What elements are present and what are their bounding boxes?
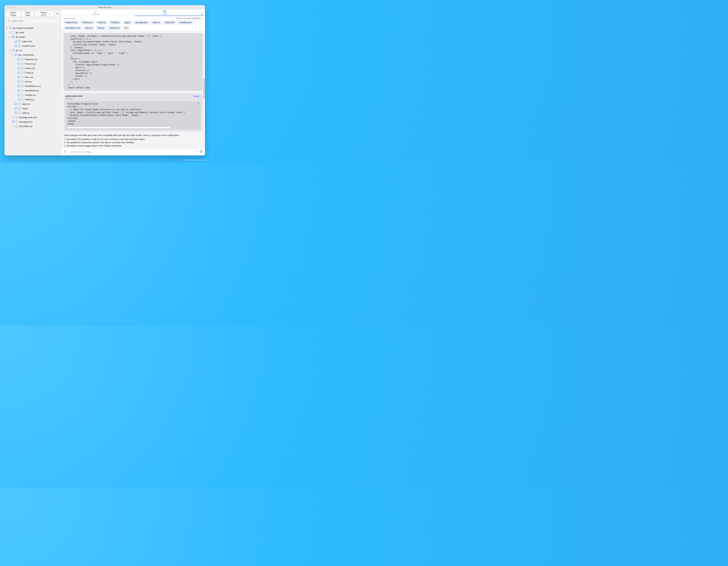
file-index-html[interactable]: index.html bbox=[6, 39, 60, 44]
tree-item-label: manifest.json bbox=[22, 45, 35, 47]
copy-button[interactable] bbox=[197, 102, 200, 105]
checkbox[interactable] bbox=[18, 98, 20, 101]
horizontal-scrollbar[interactable] bbox=[67, 127, 199, 128]
file-app-css[interactable]: App.css bbox=[6, 102, 60, 106]
folder-components[interactable]: components bbox=[6, 53, 60, 57]
chip-overflow[interactable]: +3 bbox=[123, 26, 129, 30]
sort-button[interactable]: Name (A-Z) bbox=[35, 11, 54, 16]
tab-chat[interactable]: Chat bbox=[130, 10, 199, 16]
checkbox[interactable] bbox=[12, 125, 14, 127]
file-chip[interactable]: Toolbar.css bbox=[107, 26, 122, 30]
file-chip[interactable]: Toolbar.js bbox=[109, 20, 121, 25]
file-features-css[interactable]: Features.css bbox=[6, 57, 60, 61]
file-pkglock[interactable]: package-lock.json bbox=[6, 115, 60, 120]
file-icon bbox=[21, 71, 24, 74]
send-button[interactable] bbox=[199, 150, 203, 154]
file-app-js[interactable]: App.js bbox=[6, 106, 60, 111]
checkbox[interactable] bbox=[12, 31, 14, 34]
file-footer-css[interactable]: Footer.css bbox=[6, 66, 60, 70]
vertical-scrollbar[interactable] bbox=[203, 78, 205, 99]
summary-item: We added CSS variables in App.css for co… bbox=[67, 138, 203, 141]
folder-root[interactable]: RepoPromptWeb bbox=[6, 26, 60, 30]
chevron-down-icon[interactable] bbox=[11, 54, 14, 56]
clear-files-button[interactable]: Clear Files bbox=[22, 11, 34, 16]
message-input[interactable]: Enter your message... bbox=[68, 149, 197, 155]
file-chip[interactable]: HowItWorks.css bbox=[64, 26, 82, 30]
checkbox[interactable] bbox=[15, 45, 17, 47]
file-tree[interactable]: RepoPromptWebbuildpublicindex.htmlmanife… bbox=[4, 25, 61, 155]
checkbox[interactable] bbox=[18, 85, 20, 87]
file-chip[interactable]: index.js bbox=[151, 20, 162, 25]
refresh-button[interactable] bbox=[55, 11, 59, 16]
file-pkg[interactable]: package.json bbox=[6, 120, 60, 124]
file-chip[interactable]: package.json bbox=[134, 20, 150, 25]
file-icon bbox=[21, 85, 24, 87]
file-icon bbox=[15, 120, 18, 123]
select-folder-button[interactable]: Select Folder bbox=[6, 11, 20, 16]
file-howitworks-js[interactable]: HowItWorks.js bbox=[6, 88, 60, 93]
file-toolbar-js[interactable]: Toolbar.js bbox=[6, 97, 60, 102]
tab-compose[interactable]: Compose bbox=[61, 10, 130, 16]
checkbox[interactable] bbox=[18, 67, 20, 69]
search-input[interactable]: Search files bbox=[6, 18, 59, 23]
tree-item-label: Footer.css bbox=[25, 67, 35, 70]
folder-icon bbox=[15, 49, 18, 52]
file-icon bbox=[21, 89, 24, 92]
checkbox[interactable] bbox=[15, 107, 17, 110]
chevron-down-icon[interactable] bbox=[9, 49, 11, 51]
file-chip[interactable]: App.js bbox=[123, 20, 132, 25]
chevron-down-icon[interactable] bbox=[9, 36, 11, 38]
checkbox[interactable] bbox=[15, 40, 17, 43]
file-hero-css[interactable]: Hero.css bbox=[6, 75, 60, 79]
checkbox[interactable] bbox=[12, 121, 14, 123]
checkbox[interactable] bbox=[12, 49, 14, 52]
checkbox[interactable] bbox=[18, 76, 20, 78]
checkbox[interactable] bbox=[12, 36, 14, 38]
file-manifest-json[interactable]: manifest.json bbox=[6, 44, 60, 48]
tab-label: Chat bbox=[163, 13, 167, 15]
sort-label: Name (A-Z) bbox=[40, 11, 48, 16]
file-howitworks-css[interactable]: HowItWorks.css bbox=[6, 84, 60, 88]
input-placeholder: Enter your message... bbox=[71, 151, 93, 153]
folder-icon bbox=[15, 36, 18, 38]
model-picker[interactable]: claude-3-5-sonnet-20240620 bbox=[176, 17, 203, 19]
svg-rect-5 bbox=[198, 102, 199, 104]
chevron-down-icon[interactable] bbox=[6, 27, 8, 29]
checkbox[interactable] bbox=[15, 112, 17, 114]
file-features-js[interactable]: Features.js bbox=[6, 61, 60, 66]
chat-scroll[interactable]: const [theme, setTheme] = useState(local… bbox=[61, 31, 205, 148]
checkbox[interactable] bbox=[18, 94, 20, 96]
checkbox[interactable] bbox=[12, 116, 14, 118]
chevron-right-icon[interactable] bbox=[9, 32, 11, 33]
change-file-title: public/index.html bbox=[66, 95, 83, 97]
checkbox[interactable] bbox=[18, 80, 20, 83]
folder-public[interactable]: public bbox=[6, 35, 60, 39]
file-chip[interactable]: manifest.json bbox=[178, 20, 194, 25]
folder-src[interactable]: src bbox=[6, 48, 60, 53]
file-hero-js[interactable]: Hero.js bbox=[6, 79, 60, 84]
file-readme[interactable]: README.md bbox=[6, 124, 60, 128]
svg-point-0 bbox=[8, 20, 10, 21]
file-icon bbox=[21, 76, 24, 78]
file-toolbar-css[interactable]: Toolbar.css bbox=[6, 93, 60, 97]
checkbox[interactable] bbox=[15, 54, 17, 56]
file-chip[interactable]: Hero.js bbox=[96, 26, 106, 30]
file-chip[interactable]: index.html bbox=[163, 20, 176, 25]
checkbox[interactable] bbox=[18, 58, 20, 60]
file-icon bbox=[21, 80, 24, 83]
checkbox[interactable] bbox=[9, 27, 12, 29]
file-chip[interactable]: Features.js bbox=[81, 20, 94, 25]
file-chip[interactable]: App.css bbox=[83, 26, 95, 30]
file-chip[interactable]: Footer.js bbox=[96, 20, 107, 25]
folder-build[interactable]: build bbox=[6, 30, 60, 35]
file-chip[interactable]: Features.css bbox=[64, 20, 79, 25]
settings-button[interactable] bbox=[199, 13, 205, 16]
checkbox[interactable] bbox=[18, 71, 20, 74]
checkbox[interactable] bbox=[15, 103, 17, 105]
file-icon bbox=[18, 103, 21, 105]
file-footer-js[interactable]: Footer.js bbox=[6, 70, 60, 75]
checkbox[interactable] bbox=[18, 89, 20, 92]
checkbox[interactable] bbox=[18, 63, 20, 65]
delete-button[interactable] bbox=[64, 150, 67, 154]
file-index-js[interactable]: index.js bbox=[6, 111, 60, 115]
